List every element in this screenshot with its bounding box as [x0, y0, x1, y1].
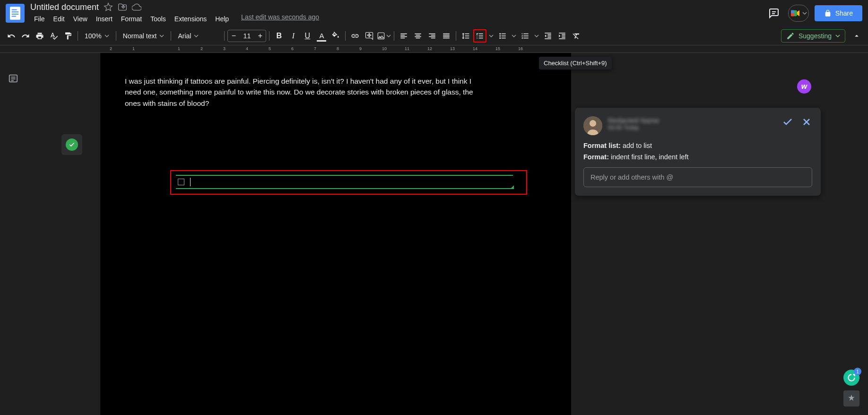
share-button[interactable]: Share [815, 5, 862, 21]
align-center-button[interactable] [411, 29, 425, 43]
grammarly-icon[interactable] [843, 370, 859, 386]
bulleted-list-menu-button[interactable] [510, 29, 518, 43]
svg-rect-10 [791, 13, 794, 16]
explore-button[interactable] [843, 390, 859, 406]
checklist-button[interactable] [473, 29, 486, 43]
reject-suggestion-button[interactable] [801, 116, 812, 128]
menu-tools[interactable]: Tools [147, 13, 170, 25]
decrease-font-button[interactable]: − [228, 30, 239, 42]
redo-button[interactable] [19, 29, 32, 43]
checklist-insertion-highlight [170, 170, 527, 195]
suggestion-detail-1: Format list: add to list [583, 142, 812, 149]
svg-point-11 [500, 33, 501, 35]
svg-marker-8 [797, 10, 799, 17]
insert-link-button[interactable] [348, 29, 362, 43]
increase-font-button[interactable]: + [254, 30, 266, 42]
move-icon[interactable] [118, 2, 127, 12]
accept-suggestion-button[interactable] [782, 116, 793, 128]
meet-button[interactable] [788, 5, 809, 22]
menu-file[interactable]: File [30, 13, 49, 25]
last-edit-link[interactable]: Last edit was seconds ago [241, 13, 319, 25]
collapse-toolbar-button[interactable] [850, 29, 863, 43]
document-page[interactable]: I was just thinking if tattoos are painf… [100, 53, 571, 415]
undo-button[interactable] [5, 29, 18, 43]
increase-indent-button[interactable] [556, 29, 569, 43]
svg-point-13 [500, 37, 501, 39]
checklist-menu-button[interactable] [487, 29, 495, 43]
align-justify-button[interactable] [440, 29, 453, 43]
font-size-input[interactable] [239, 32, 254, 40]
bold-button[interactable]: B [272, 29, 286, 43]
add-comment-button[interactable] [363, 29, 376, 43]
suggestion-author-avatar[interactable] [583, 116, 602, 135]
zoom-dropdown[interactable]: 100% [81, 29, 113, 43]
share-label: Share [835, 9, 853, 17]
align-left-button[interactable] [397, 29, 410, 43]
checklist-checkbox[interactable] [178, 179, 184, 185]
decrease-indent-button[interactable] [541, 29, 555, 43]
highlight-color-button[interactable] [329, 29, 342, 43]
bulleted-list-button[interactable] [496, 29, 509, 43]
line-spacing-button[interactable] [459, 29, 472, 43]
menu-insert[interactable]: Insert [92, 13, 116, 25]
menu-help[interactable]: Help [211, 13, 233, 25]
ruler[interactable]: 2 1 1 2 3 4 5 6 7 8 9 10 11 12 13 14 15 … [0, 45, 868, 53]
cloud-status-icon[interactable] [132, 2, 141, 12]
svg-rect-4 [12, 16, 16, 17]
italic-button[interactable]: I [286, 29, 300, 43]
collaborator-avatar[interactable]: w [797, 79, 811, 94]
svg-rect-9 [791, 10, 794, 13]
star-icon[interactable] [104, 2, 113, 12]
svg-point-19 [590, 120, 596, 127]
menu-extensions[interactable]: Extensions [171, 13, 210, 25]
svg-rect-2 [12, 11, 19, 12]
svg-point-12 [500, 35, 501, 36]
svg-rect-3 [12, 14, 19, 15]
text-color-button[interactable]: A [315, 29, 328, 43]
menu-view[interactable]: View [69, 13, 91, 25]
docs-icon[interactable] [6, 4, 25, 23]
suggestion-indicator[interactable] [61, 134, 82, 155]
document-title[interactable]: Untitled document [30, 2, 99, 12]
spellcheck-button[interactable] [47, 29, 61, 43]
insert-image-button[interactable] [377, 29, 391, 43]
suggestion-author-name: Redacted Name [608, 116, 776, 124]
reply-input[interactable]: Reply or add others with @ [583, 167, 812, 187]
numbered-list-menu-button[interactable] [533, 29, 540, 43]
menu-format[interactable]: Format [117, 13, 146, 25]
paint-format-button[interactable] [61, 29, 75, 43]
body-text[interactable]: I was just thinking if tattoos are painf… [125, 76, 484, 109]
svg-rect-0 [10, 7, 20, 20]
suggestion-card: Redacted Name 00:00 Today Format list: a… [575, 108, 821, 196]
menubar: File Edit View Insert Format Tools Exten… [30, 13, 765, 25]
menu-edit[interactable]: Edit [50, 13, 69, 25]
align-right-button[interactable] [425, 29, 439, 43]
suggestion-detail-2: Format: indent first line, indent left [583, 153, 812, 161]
checklist-tooltip: Checklist (Ctrl+Shift+9) [539, 57, 612, 69]
text-cursor [190, 178, 191, 186]
svg-rect-1 [12, 9, 17, 10]
clear-formatting-button[interactable] [570, 29, 583, 43]
print-button[interactable] [33, 29, 46, 43]
mode-dropdown[interactable]: Suggesting [781, 29, 845, 43]
paragraph-style-dropdown[interactable]: Normal text [119, 29, 168, 43]
underline-button[interactable]: U [301, 29, 314, 43]
suggestion-timestamp: 00:00 Today [608, 124, 776, 131]
font-dropdown[interactable]: Arial [174, 29, 221, 43]
numbered-list-button[interactable] [519, 29, 532, 43]
font-size-control: − + [227, 30, 266, 42]
outline-toggle-button[interactable] [5, 70, 22, 87]
comment-history-icon[interactable] [765, 5, 782, 22]
